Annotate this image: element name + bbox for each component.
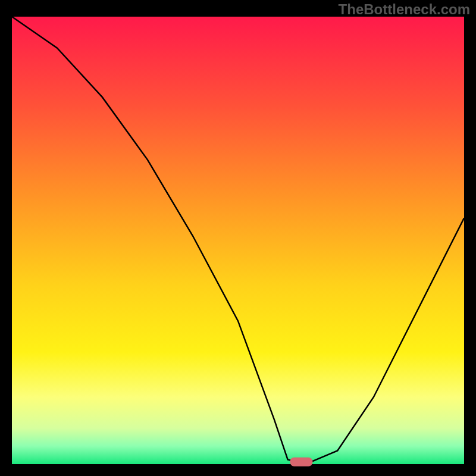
- chart-background: [12, 17, 464, 464]
- bottleneck-chart: [0, 0, 476, 476]
- watermark-text: TheBottleneck.com: [339, 1, 470, 18]
- chart-container: TheBottleneck.com: [0, 0, 476, 476]
- optimal-marker: [290, 458, 312, 466]
